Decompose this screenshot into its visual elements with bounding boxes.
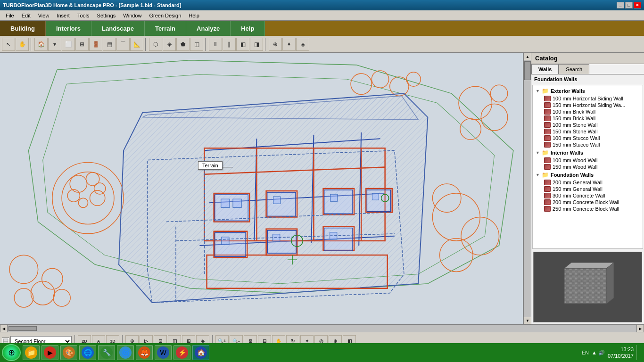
main-content: Terrain ▲ ▼ Catalog Walls Search Foun [0, 53, 644, 332]
item-150mm-stone[interactable]: 150 mm Stone Wall [534, 128, 642, 135]
item-100mm-wood[interactable]: 100 mm Wood Wall [534, 157, 642, 164]
tool-shape2[interactable]: ◈ [163, 38, 176, 51]
item-100mm-horiz-siding[interactable]: 100 mm Horizontal Siding Wall [534, 95, 642, 102]
scroll-track[interactable] [524, 60, 531, 317]
tree-group-interior-header[interactable]: ▼ 📁 Interior Walls [534, 148, 642, 157]
hscroll-container: ◀ ▶ [0, 324, 644, 332]
menu-insert[interactable]: Insert [53, 12, 74, 19]
menu-green-design[interactable]: Green Design [145, 12, 185, 19]
tool-shape4[interactable]: ◫ [190, 38, 203, 51]
tool-pointer[interactable]: ↖ [2, 38, 15, 51]
tool-extra3[interactable]: ◈ [296, 38, 309, 51]
taskbar-app-ie[interactable]: 🌐 [79, 345, 96, 360]
taskbar-app-firefox[interactable]: 🦊 [136, 345, 153, 360]
wall-icon [544, 157, 551, 163]
wall-icon [544, 164, 551, 170]
item-100mm-stone[interactable]: 100 mm Stone Wall [534, 122, 642, 128]
svg-rect-45 [214, 231, 248, 257]
scroll-up-btn[interactable]: ▲ [524, 53, 531, 60]
tool-measure[interactable]: 📐 [130, 38, 143, 51]
tool-door[interactable]: 🚪 [89, 38, 102, 51]
tool-text3[interactable]: ◧ [236, 38, 249, 51]
hscroll-thumb[interactable] [8, 326, 37, 331]
taskbar-app-tool[interactable]: 🔧 [98, 345, 115, 360]
tool-curve[interactable]: ⌒ [116, 38, 130, 51]
menu-window[interactable]: Window [119, 12, 145, 19]
tool-extra2[interactable]: ✦ [282, 38, 296, 51]
scroll-right-btn[interactable]: ▶ [636, 325, 644, 332]
menu-file[interactable]: File [2, 12, 18, 19]
canvas-area[interactable]: Terrain [0, 53, 523, 324]
item-150mm-stucco[interactable]: 150 mm Stucco Wall [534, 141, 642, 148]
tree-group-foundation-header[interactable]: ▼ 📁 Foundation Walls [534, 171, 642, 179]
taskbar-app-turbo[interactable]: 🏠 [192, 345, 209, 360]
taskbar-clock: 13:23 07/10/2017 [608, 346, 634, 360]
scroll-thumb[interactable] [524, 61, 531, 80]
show-desktop-btn[interactable] [636, 345, 639, 360]
svg-rect-56 [221, 199, 230, 207]
taskbar-app-explorer[interactable]: 📁 [23, 345, 40, 360]
tool-text1[interactable]: Ⅱ [209, 38, 222, 51]
menu-help[interactable]: Help [185, 12, 203, 19]
svg-rect-51 [324, 190, 353, 214]
item-200mm-concrete-block[interactable]: 200 mm Concrete Block Wall [534, 199, 642, 206]
tool-text2[interactable]: ∥ [223, 38, 236, 51]
menu-settings[interactable]: Settings [93, 12, 120, 19]
catalog-tab-walls[interactable]: Walls [531, 64, 559, 74]
tool-stairs[interactable]: ▤ [103, 38, 116, 51]
svg-rect-47 [323, 227, 355, 250]
catalog-tree[interactable]: ▼ 📁 Exterior Walls 100 mm Horizontal Sid… [532, 85, 643, 249]
media-icon: ▶ [44, 346, 56, 359]
taskbar-app-app1[interactable]: 🌀 [117, 345, 134, 360]
vertical-scrollbar[interactable]: ▲ ▼ [523, 53, 531, 324]
item-150mm-horiz-siding[interactable]: 150 mm Horizontal Siding Wa... [534, 102, 642, 108]
toolbar-separator-4 [265, 38, 267, 51]
svg-line-32 [199, 236, 394, 246]
minimize-btn[interactable]: _ [617, 2, 624, 8]
close-btn[interactable]: ✕ [634, 2, 641, 8]
tool-house[interactable]: 🏠 [34, 38, 48, 51]
tool-grid[interactable]: ⊞ [75, 38, 89, 51]
item-150mm-wood[interactable]: 150 mm Wood Wall [534, 164, 642, 170]
item-150mm-brick[interactable]: 150 mm Brick Wall [534, 115, 642, 122]
tool-hand[interactable]: ✋ [16, 38, 29, 51]
tool-house-dropdown[interactable]: ▾ [48, 38, 61, 51]
tool-shape3[interactable]: ⬟ [176, 38, 190, 51]
maximize-btn[interactable]: □ [625, 2, 633, 8]
scroll-down-btn[interactable]: ▼ [524, 317, 531, 324]
taskbar-app-word[interactable]: W [155, 345, 172, 360]
menu-view[interactable]: View [34, 12, 53, 19]
item-100mm-brick[interactable]: 100 mm Brick Wall [534, 108, 642, 115]
item-300mm-concrete[interactable]: 300 mm Concrete Wall [534, 192, 642, 199]
taskbar-app-app2[interactable]: ⚡ [173, 345, 190, 360]
tab-help[interactable]: Help [231, 21, 265, 36]
svg-rect-53 [215, 233, 246, 256]
scroll-left-btn[interactable]: ◀ [0, 325, 8, 332]
tool-text4[interactable]: ◨ [250, 38, 263, 51]
tool-wall[interactable]: ⬜ [62, 38, 75, 51]
catalog-tab-search[interactable]: Search [559, 64, 589, 74]
item-200mm-general[interactable]: 200 mm General Wall [534, 179, 642, 186]
tab-terrain[interactable]: Terrain [145, 21, 186, 36]
svg-point-16 [406, 72, 421, 86]
menu-edit[interactable]: Edit [18, 12, 34, 19]
tool-extra1[interactable]: ⊕ [269, 38, 282, 51]
item-150mm-general[interactable]: 150 mm General Wall [534, 186, 642, 192]
item-100mm-stucco[interactable]: 100 mm Stucco Wall [534, 135, 642, 141]
tab-building[interactable]: Building [0, 21, 46, 36]
taskbar-app-media[interactable]: ▶ [41, 345, 58, 360]
svg-rect-60 [372, 193, 379, 200]
tab-interiors[interactable]: Interiors [46, 21, 91, 36]
title-bar-controls[interactable]: _ □ ✕ [617, 2, 641, 8]
menu-tools[interactable]: Tools [74, 12, 93, 19]
tab-analyze[interactable]: Analyze [186, 21, 231, 36]
item-250mm-concrete-block[interactable]: 250 mm Concrete Block Wall [534, 206, 642, 212]
taskbar-app-paint[interactable]: 🎨 [60, 345, 77, 360]
tool-shape1[interactable]: ⬡ [149, 38, 162, 51]
item-label: 150 mm General Wall [553, 186, 603, 192]
tree-group-exterior-header[interactable]: ▼ 📁 Exterior Walls [534, 87, 642, 95]
start-button[interactable]: ⊕ [2, 344, 21, 361]
item-label: 100 mm Stucco Wall [553, 135, 600, 141]
tab-landscape[interactable]: Landscape [91, 21, 145, 36]
hscroll-track[interactable] [8, 325, 636, 332]
